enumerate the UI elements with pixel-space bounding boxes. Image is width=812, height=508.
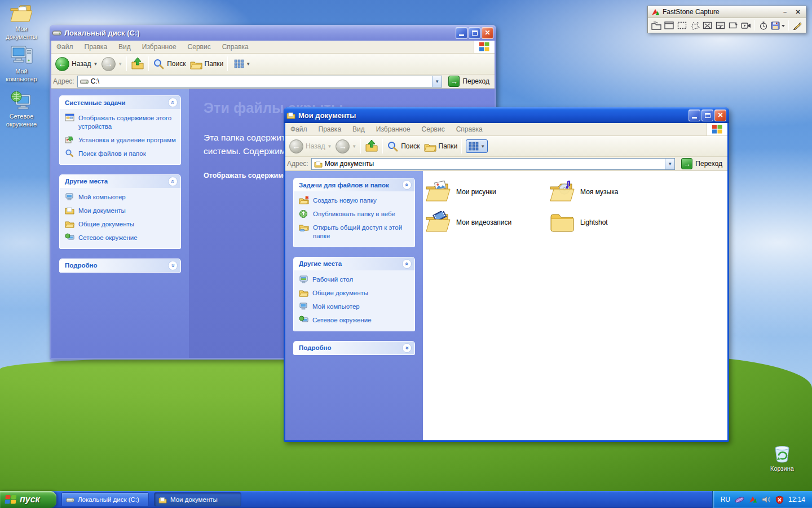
address-input[interactable]: C:\ ▼ <box>77 76 443 87</box>
menu-edit[interactable]: Правка <box>85 43 108 51</box>
place-desktop[interactable]: Рабочий стол <box>299 275 411 284</box>
menu-file[interactable]: Файл <box>56 43 73 51</box>
task-add-remove-programs[interactable]: Установка и удаление программ <box>65 136 177 144</box>
menu-view[interactable]: Вид <box>352 125 365 133</box>
screen-recorder-icon[interactable] <box>740 20 752 31</box>
open-icon[interactable] <box>651 20 662 31</box>
minimize-button[interactable] <box>456 27 467 39</box>
my-documents-window: Мои документы ✕ Файл Правка Вид Избранно… <box>284 107 729 442</box>
menu-edit[interactable]: Правка <box>319 125 342 133</box>
menu-favorites[interactable]: Избранное <box>142 43 176 51</box>
capture-freehand-icon[interactable] <box>689 20 700 31</box>
task-new-folder[interactable]: ✱ Создать новую папку <box>299 196 411 205</box>
address-dropdown-icon[interactable]: ▼ <box>432 76 442 87</box>
folder-my-music[interactable]: Моя музыка <box>549 177 670 207</box>
place-shared-documents[interactable]: Общие документы <box>65 220 177 229</box>
views-dropdown-icon[interactable]: ▼ <box>246 62 250 67</box>
system-tasks-header[interactable]: Системные задачи « <box>60 96 180 109</box>
folder-my-pictures[interactable]: Мои рисунки <box>425 177 546 207</box>
details-panel: Подробно « <box>59 259 181 273</box>
menu-file[interactable]: Файл <box>290 125 307 133</box>
desktop-icon-my-documents[interactable]: Мои документы <box>2 3 41 41</box>
desktop-icon-recycle-bin[interactable]: Корзина <box>762 444 802 473</box>
other-places-header[interactable]: Другие места « <box>60 175 180 188</box>
folders-button[interactable]: Папки <box>424 141 458 152</box>
search-button[interactable]: Поиск <box>387 141 420 152</box>
taskbar-button-local-disk[interactable]: Локальный диск (C:) <box>61 492 149 507</box>
details-header[interactable]: Подробно « <box>60 259 180 272</box>
faststone-titlebar[interactable]: FastStone Capture – ✕ <box>648 6 806 18</box>
menu-tools[interactable]: Сервис <box>422 125 445 133</box>
capture-rectangle-icon[interactable] <box>676 20 687 31</box>
lightshot-tray-icon[interactable] <box>735 496 744 504</box>
menu-favorites[interactable]: Избранное <box>376 125 411 133</box>
task-show-device-contents[interactable]: Отображать содержимое этого устройства <box>65 114 177 131</box>
captured-window-icon[interactable] <box>664 20 675 31</box>
place-network[interactable]: Сетевое окружение <box>299 316 411 325</box>
views-button[interactable]: ▼ <box>232 58 253 70</box>
address-dropdown-icon[interactable]: ▼ <box>665 159 674 169</box>
up-button[interactable] <box>131 57 144 71</box>
close-button[interactable]: ✕ <box>482 27 493 39</box>
close-button[interactable]: ✕ <box>714 110 726 121</box>
task-publish-web[interactable]: Опубликовать папку в вебе <box>299 210 411 218</box>
settings-icon[interactable] <box>792 20 803 31</box>
faststone-tray-icon[interactable] <box>749 496 757 503</box>
capture-scrolling-icon[interactable] <box>715 20 726 31</box>
other-places-header[interactable]: Другие места « <box>294 257 414 270</box>
up-button[interactable] <box>365 139 378 153</box>
views-dropdown-icon[interactable]: ▼ <box>480 144 485 149</box>
task-share-folder[interactable]: Открыть общий доступ к этой папке <box>299 224 411 240</box>
folder-my-videos[interactable]: Мои видеозаписи <box>425 207 546 238</box>
collapse-chevron-icon[interactable]: « <box>168 98 178 107</box>
back-dropdown-icon[interactable]: ▼ <box>93 62 98 67</box>
output-icon[interactable] <box>770 20 785 31</box>
start-button[interactable]: пуск <box>0 491 56 508</box>
capture-fullscreen-icon[interactable] <box>702 20 713 31</box>
menu-tools[interactable]: Сервис <box>188 43 211 51</box>
task-search-files[interactable]: Поиск файлов и папок <box>65 150 177 158</box>
forward-dropdown-icon: ▼ <box>118 62 122 67</box>
local-disk-titlebar[interactable]: Локальный диск (C:) ✕ <box>50 25 496 41</box>
forward-button[interactable]: → ▼ <box>102 57 122 71</box>
expand-chevron-icon[interactable]: « <box>402 343 412 353</box>
collapse-chevron-icon[interactable]: « <box>168 177 178 186</box>
security-alert-tray-icon[interactable] <box>775 496 784 504</box>
address-input[interactable]: Мои документы ▼ <box>311 158 676 170</box>
clock[interactable]: 12:14 <box>788 496 805 503</box>
language-indicator[interactable]: RU <box>721 496 730 503</box>
minimize-button[interactable] <box>689 110 700 121</box>
menu-help[interactable]: Справка <box>222 43 249 51</box>
my-documents-titlebar[interactable]: Мои документы ✕ <box>284 107 729 123</box>
maximize-button[interactable] <box>469 27 480 39</box>
collapse-chevron-icon[interactable]: « <box>402 180 412 190</box>
folders-button[interactable]: Папки <box>190 59 224 69</box>
place-shared-documents[interactable]: Общие документы <box>299 289 411 297</box>
taskbar-button-my-documents[interactable]: Мои документы <box>154 492 241 507</box>
close-button[interactable]: ✕ <box>793 8 802 16</box>
expand-chevron-icon[interactable]: « <box>168 261 178 270</box>
delay-timer-icon[interactable] <box>758 20 769 31</box>
capture-fixed-region-icon[interactable] <box>727 20 739 31</box>
volume-tray-icon[interactable] <box>762 496 771 503</box>
go-button[interactable]: → Переход <box>678 158 726 169</box>
maximize-button[interactable] <box>701 110 713 121</box>
place-my-computer[interactable]: Мой компьютер <box>65 193 177 202</box>
folder-lightshot[interactable]: Lightshot <box>549 207 670 238</box>
place-my-computer[interactable]: Мой компьютер <box>299 303 411 311</box>
faststone-capture-window: FastStone Capture – ✕ <box>647 6 806 33</box>
views-button[interactable]: ▼ <box>466 139 488 153</box>
go-button[interactable]: → Переход <box>445 76 493 87</box>
details-header[interactable]: Подробно « <box>294 341 414 354</box>
search-button[interactable]: Поиск <box>153 58 186 70</box>
place-my-documents[interactable]: Мои документы <box>65 207 177 215</box>
desktop-icon-network-places[interactable]: Сетевое окружение <box>2 89 41 129</box>
place-network[interactable]: Сетевое окружение <box>65 234 177 242</box>
minimize-button[interactable]: – <box>780 8 789 16</box>
menu-help[interactable]: Справка <box>456 125 483 133</box>
file-tasks-header[interactable]: Задачи для файлов и папок « <box>294 178 414 191</box>
desktop-icon-my-computer[interactable]: Мой компьютер <box>2 44 41 84</box>
menu-view[interactable]: Вид <box>118 43 131 51</box>
collapse-chevron-icon[interactable]: « <box>402 259 412 269</box>
back-button[interactable]: ← Назад ▼ <box>55 57 98 71</box>
